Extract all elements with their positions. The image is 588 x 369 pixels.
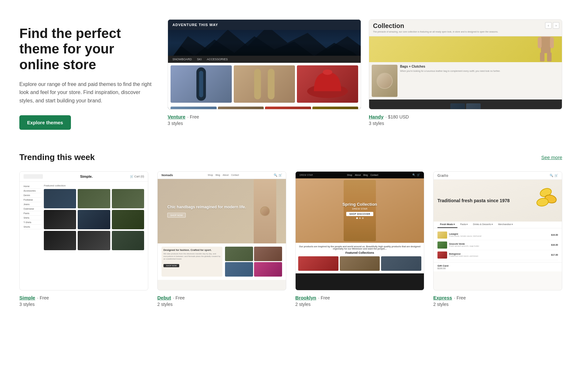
trending-card-debut: Nomads Shop Blog About Contact 🔍 🛒 <box>157 171 286 307</box>
hero-title: Find the perfect theme for your online s… <box>19 26 155 72</box>
handy-preview: Collection The pinnacle of amazing, our … <box>369 19 562 109</box>
express-gnocchi-desc: Fresh spinach gnocchi, sage butter <box>449 245 549 247</box>
simple-search-bar <box>24 174 43 179</box>
debut-hero-title: Chic handbags reimagined for modern life… <box>167 204 246 210</box>
express-bolognese-img <box>437 251 447 259</box>
debut-hero-text: Chic handbags reimagined for modern life… <box>167 204 246 218</box>
express-gift-card-section: Gift Card $100.00 <box>434 262 562 271</box>
svg-rect-13 <box>540 52 544 61</box>
brooklyn-price: · Free <box>318 295 330 300</box>
express-tab-fresh-meals[interactable]: Fresh Meals ▾ <box>437 222 457 228</box>
simple-name-link[interactable]: Simple <box>19 295 35 300</box>
brooklyn-name-link[interactable]: Brooklyn <box>295 295 316 300</box>
simple-product-5 <box>78 210 110 229</box>
express-cart-icon[interactable]: 🛒 <box>554 174 558 177</box>
sidebar-jeans: Jeans <box>24 202 41 207</box>
brooklyn-shop-btn[interactable]: SHOP DISCOVER <box>346 212 374 216</box>
brooklyn-hero-text: Spring Collection DREW STAR SHOP DISCOVE… <box>342 202 377 219</box>
express-preview: Giallo 🔍 🛒 Traditional fresh pasta since… <box>433 171 562 290</box>
handy-name-link[interactable]: Handy <box>369 114 384 119</box>
express-lasagne-info: Lasagne Fresh pasta, tomato sauce, bécha… <box>449 233 549 237</box>
handy-nav-arrows: ‹ › <box>545 22 559 29</box>
debut-grid-img-2 <box>254 247 282 261</box>
handy-next-arrow[interactable]: › <box>553 22 559 29</box>
brooklyn-dot-1[interactable] <box>356 217 358 219</box>
simple-product-7 <box>44 231 76 250</box>
simple-topbar: Simple. 🛒 Cart (0) <box>20 172 148 182</box>
express-topbar: Giallo 🔍 🛒 <box>434 172 562 180</box>
simple-product-4 <box>44 210 76 229</box>
debut-bottom: Designed for fashion. Crafted for sport.… <box>158 243 286 280</box>
simple-sidebar-layout: Home Accessories Denim Footwear Jeans Ou… <box>20 182 148 253</box>
hat-svg <box>297 65 358 103</box>
page-container: Find the perfect theme for your online s… <box>0 0 588 326</box>
brooklyn-hero-title: Spring Collection <box>342 202 377 207</box>
trending-card-express: Giallo 🔍 🛒 Traditional fresh pasta since… <box>433 171 562 307</box>
trending-card-simple: Simple. 🛒 Cart (0) Home Accessories Deni… <box>19 171 148 307</box>
express-hero: Traditional fresh pasta since 1978 <box>434 180 562 222</box>
handy-model-svg <box>533 36 559 62</box>
debut-grid-img-1 <box>225 247 253 261</box>
express-tab-merch[interactable]: Merchandise ▾ <box>495 222 515 228</box>
debut-product-title: Designed for fashion. Crafted for sport. <box>163 249 220 251</box>
svg-rect-14 <box>547 52 552 61</box>
brooklyn-nav: Shop About Blog Contact <box>347 174 378 176</box>
express-gnocchi-price: $16.00 <box>551 244 558 246</box>
debut-styles: 2 styles <box>157 302 286 307</box>
simple-main-content: Featured collection <box>44 184 144 250</box>
debut-model-figure <box>254 179 276 243</box>
express-search-icon[interactable]: 🔍 <box>550 174 553 177</box>
express-pasta <box>533 183 559 209</box>
debut-logo: Nomads <box>162 174 173 177</box>
express-lasagne-desc: Fresh pasta, tomato sauce, béchamel <box>449 235 549 237</box>
express-tab-drinks[interactable]: Drinks & Desserts ▾ <box>470 222 495 228</box>
brooklyn-dot-2[interactable] <box>359 217 361 219</box>
express-tab-pasta[interactable]: Pasta ▾ <box>457 222 470 228</box>
brooklyn-search-icon[interactable]: 🔍 <box>412 174 416 176</box>
brooklyn-name-row: Brooklyn · Free <box>295 295 424 300</box>
svg-rect-6 <box>268 69 275 99</box>
venture-product2-2 <box>218 107 264 109</box>
express-hero-title: Traditional fresh pasta since 1978 <box>437 198 510 203</box>
handy-hero-model <box>369 36 562 62</box>
brooklyn-dot-3[interactable] <box>362 217 364 219</box>
svg-rect-10 <box>541 37 551 53</box>
trending-title: Trending this week <box>19 152 95 162</box>
handy-bottom-img-2 <box>466 103 481 109</box>
handy-name-row: Handy · $180 USD <box>369 114 562 119</box>
debut-buy-btn[interactable]: SHOP NOW <box>163 264 179 267</box>
pasta-svg <box>533 183 562 212</box>
debut-product-desc: We take products from the electronic tra… <box>163 252 220 260</box>
brooklyn-tagline: DREW STAR <box>299 174 313 176</box>
trending-card-brooklyn: DREW STAR Shop About Blog Contact 🔍 🛒 <box>295 171 424 307</box>
simple-product-6 <box>112 210 144 229</box>
hero-section: Find the perfect theme for your online s… <box>19 19 562 130</box>
debut-name-link[interactable]: Debut <box>157 295 171 300</box>
debut-hero: Chic handbags reimagined for modern life… <box>158 179 286 243</box>
handy-text: Bags + Clutches When you're looking for … <box>400 65 559 97</box>
sidebar-t-shirts: T-Shirts <box>24 220 41 225</box>
sidebar-accessories: Accessories <box>24 189 41 193</box>
explore-themes-button[interactable]: Explore themes <box>19 115 71 130</box>
debut-cart-icon[interactable]: 🛒 <box>279 174 282 177</box>
svg-rect-4 <box>199 71 203 97</box>
simple-name-row: Simple · Free <box>19 295 148 300</box>
simple-logo: Simple. <box>80 175 93 178</box>
hero-description: Explore our range of free and paid theme… <box>19 80 155 105</box>
venture-name-row: Venture · Free <box>168 114 361 119</box>
venture-name-link[interactable]: Venture <box>168 114 185 119</box>
debut-search-icon[interactable]: 🔍 <box>274 174 277 177</box>
handy-prev-arrow[interactable]: ‹ <box>545 22 552 29</box>
venture-product2-3 <box>265 107 311 109</box>
see-more-link[interactable]: See more <box>541 155 562 160</box>
brooklyn-cart-icon[interactable]: 🛒 <box>417 174 420 176</box>
express-bolognese-price: $17.00 <box>551 254 558 256</box>
debut-shop-btn[interactable]: SHOP NOW <box>167 213 186 218</box>
sidebar-footwear: Footwear <box>24 198 41 202</box>
simple-products-grid <box>44 189 144 250</box>
trending-grid: Simple. 🛒 Cart (0) Home Accessories Deni… <box>19 171 562 307</box>
debut-icons: 🔍 🛒 <box>274 174 282 177</box>
venture-header: ADVENTURE THIS WAY <box>168 20 361 30</box>
express-name-link[interactable]: Express <box>433 295 452 300</box>
sidebar-home: Home <box>24 184 41 189</box>
